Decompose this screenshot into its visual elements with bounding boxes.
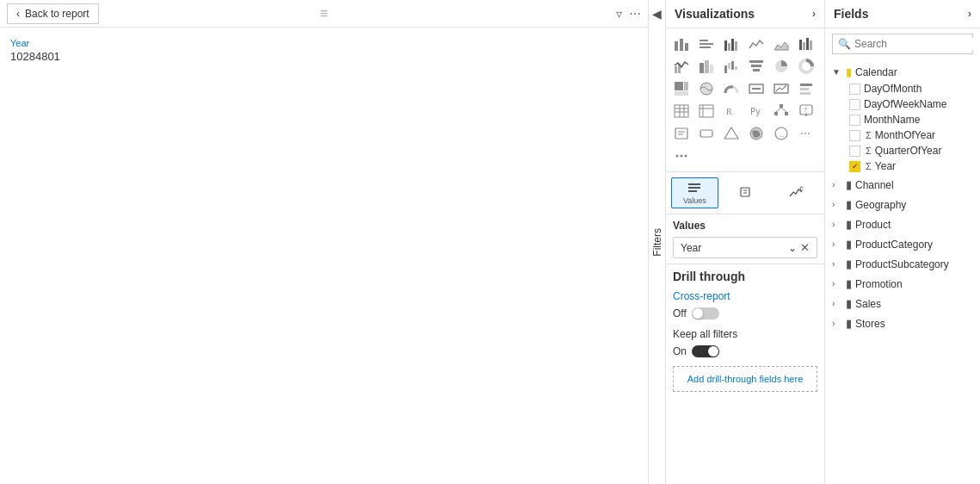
svg-rect-14: [675, 66, 677, 73]
promotion-chevron-icon: ›: [832, 279, 842, 289]
monthname-checkbox[interactable]: [849, 115, 860, 126]
productsubcategory-group: › ▮ ProductSubcategory: [825, 255, 980, 273]
monthname-label: MonthName: [864, 114, 973, 126]
visualizations-panel: Visualizations ›: [666, 0, 825, 484]
viz-bar-chart-icon[interactable]: [696, 34, 717, 54]
calendar-item-dayofweekname[interactable]: DayOfWeekName: [825, 96, 980, 112]
cross-report-label: Cross-report: [673, 290, 817, 302]
viz-donut-icon[interactable]: [796, 56, 817, 77]
year-checkbox[interactable]: ✓: [849, 161, 860, 172]
dayofmonth-checkbox[interactable]: [849, 84, 860, 95]
keep-filters-toggle[interactable]: On: [673, 345, 719, 357]
add-drill-link[interactable]: here: [784, 374, 803, 384]
svg-rect-9: [735, 41, 737, 51]
field-pill-remove[interactable]: ✕: [800, 241, 810, 254]
productsubcategory-group-header[interactable]: › ▮ ProductSubcategory: [825, 255, 980, 273]
viz-scatter-icon[interactable]: [796, 34, 817, 54]
svg-rect-29: [684, 82, 688, 90]
sales-group-header[interactable]: › ▮ Sales: [825, 295, 980, 313]
viz-custom-icon[interactable]: ...: [771, 123, 792, 144]
calendar-item-year[interactable]: ✓ Σ Year: [825, 158, 980, 174]
viz-panel-expand-icon[interactable]: ›: [812, 8, 816, 20]
viz-area-chart-icon[interactable]: [771, 34, 792, 54]
geography-group-header[interactable]: › ▮ Geography: [825, 195, 980, 214]
viz-r-icon[interactable]: R: [721, 101, 742, 121]
viz-pie-chart-icon[interactable]: [771, 56, 792, 77]
viz-text-icon[interactable]: [671, 123, 692, 144]
viz-qa-icon[interactable]: ?: [796, 101, 817, 121]
svg-rect-56: [675, 128, 687, 139]
cross-report-toggle[interactable]: Off: [673, 307, 719, 320]
viz-stacked-bar-icon[interactable]: [671, 34, 692, 54]
fields-panel-header: Fields ›: [825, 0, 980, 28]
calendar-item-monthname[interactable]: MonthName: [825, 112, 980, 127]
monthofyear-checkbox[interactable]: [849, 130, 860, 141]
viz-analytics-tab[interactable]: [772, 177, 819, 208]
viz-slicer-icon[interactable]: [796, 78, 817, 99]
viz-waterfall-icon[interactable]: [721, 56, 742, 77]
sales-group: › ▮ Sales: [825, 295, 980, 313]
productsubcategory-chevron-icon: ›: [832, 259, 842, 269]
viz-shape-icon[interactable]: [721, 123, 742, 144]
svg-rect-5: [700, 47, 711, 48]
viz-kpi-icon[interactable]: [771, 78, 792, 99]
more-options-icon[interactable]: ⋯: [629, 7, 641, 21]
viz-format-tab[interactable]: [722, 177, 769, 208]
viz-clustered-bar-icon[interactable]: [721, 34, 742, 54]
viz-map-icon[interactable]: [696, 78, 717, 99]
promotion-group-header[interactable]: › ▮ Promotion: [825, 275, 980, 293]
keep-filters-toggle-row: On: [673, 345, 817, 357]
viz-panel-header: Visualizations ›: [666, 0, 824, 28]
stores-group-header[interactable]: › ▮ Stores: [825, 314, 980, 332]
viz-matrix-icon[interactable]: [696, 101, 717, 121]
viz-line-bar-icon[interactable]: [671, 56, 692, 77]
viz-funnel-icon[interactable]: [746, 56, 767, 77]
filters-panel: ◀ Filters: [649, 0, 666, 484]
year-field-pill[interactable]: Year ⌄ ✕: [673, 237, 817, 258]
dayofweekname-checkbox[interactable]: [849, 99, 860, 110]
viz-decomp-icon[interactable]: [771, 101, 792, 121]
viz-filled-map-icon[interactable]: [746, 123, 767, 144]
add-drill-through-box[interactable]: Add drill-through fields here: [673, 366, 817, 392]
viz-treemap-icon[interactable]: [671, 78, 692, 99]
drill-through-title: Drill through: [673, 270, 817, 283]
fields-panel-title: Fields: [834, 7, 868, 21]
calendar-item-dayofmonth[interactable]: DayOfMonth: [825, 81, 980, 96]
keep-filters-toggle-track[interactable]: [692, 345, 719, 357]
filters-label[interactable]: Filters: [651, 228, 663, 257]
calendar-item-monthofyear[interactable]: Σ MonthOfYear: [825, 127, 980, 143]
viz-line-chart-icon[interactable]: [746, 34, 767, 54]
cross-report-toggle-track[interactable]: [692, 307, 719, 320]
viz-card-icon[interactable]: [746, 78, 767, 99]
fields-search-input[interactable]: [854, 38, 980, 50]
svg-rect-68: [688, 183, 700, 185]
viz-values-tab[interactable]: Values: [671, 177, 718, 208]
filter-icon[interactable]: ▿: [616, 7, 622, 21]
viz-ribbon-icon[interactable]: [696, 56, 717, 77]
field-pill-name: Year: [681, 242, 701, 254]
svg-rect-16: [700, 63, 704, 73]
productcategory-table-icon: ▮: [846, 238, 852, 251]
field-pill-chevron[interactable]: ⌄: [788, 242, 797, 254]
calendar-item-quarterofyear[interactable]: Σ QuarterOfYear: [825, 143, 980, 158]
productcategory-group-header[interactable]: › ▮ ProductCategory: [825, 235, 980, 253]
fields-search-box[interactable]: 🔍: [832, 34, 973, 54]
calendar-group-header[interactable]: ▼ ▮ Calendar: [825, 63, 980, 81]
viz-button-icon[interactable]: [696, 123, 717, 144]
year-sigma-icon: Σ: [866, 161, 872, 171]
viz-table-icon[interactable]: [671, 101, 692, 121]
viz-gauge-icon[interactable]: [721, 78, 742, 99]
quarterofyear-checkbox[interactable]: [849, 146, 860, 157]
product-group-header[interactable]: › ▮ Product: [825, 215, 980, 233]
viz-more-icon[interactable]: ⋯: [796, 123, 817, 144]
fields-panel-expand-icon[interactable]: ›: [968, 8, 971, 20]
viz-ellipsis-more-icon[interactable]: [671, 146, 692, 166]
svg-rect-19: [724, 65, 727, 73]
channel-group-header[interactable]: › ▮ Channel: [825, 176, 980, 194]
back-to-report-button[interactable]: ‹ Back to report: [7, 3, 99, 24]
canvas-content: Year 10284801: [0, 28, 648, 484]
filters-collapse-arrow[interactable]: ◀: [652, 7, 662, 21]
viz-python-icon[interactable]: Py: [746, 101, 767, 121]
calendar-table-icon: ▮: [846, 65, 852, 78]
svg-rect-71: [741, 188, 749, 196]
